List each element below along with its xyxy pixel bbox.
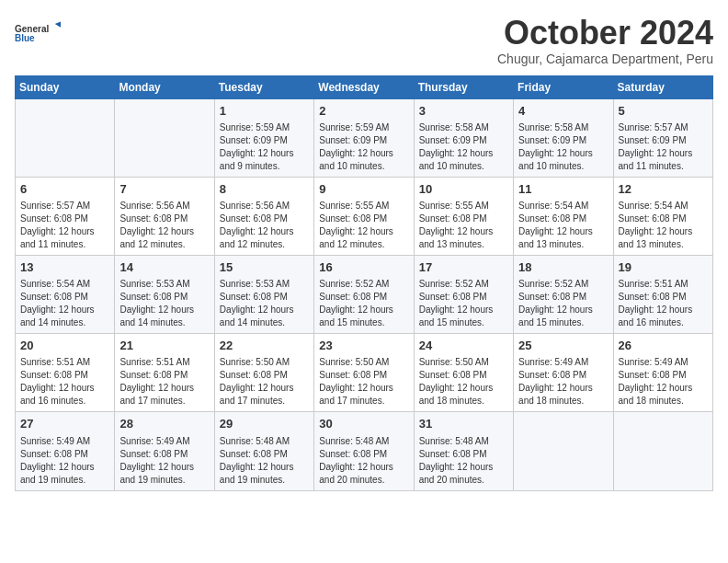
- calendar-cell: 10Sunrise: 5:55 AM Sunset: 6:08 PM Dayli…: [414, 177, 513, 255]
- week-row-5: 27Sunrise: 5:49 AM Sunset: 6:08 PM Dayli…: [16, 412, 713, 490]
- day-info: Sunrise: 5:49 AM Sunset: 6:08 PM Dayligh…: [119, 435, 209, 487]
- svg-text:General: General: [15, 24, 49, 34]
- calendar-cell: 24Sunrise: 5:50 AM Sunset: 6:08 PM Dayli…: [414, 334, 513, 412]
- day-info: Sunrise: 5:49 AM Sunset: 6:08 PM Dayligh…: [20, 435, 109, 487]
- day-number: 1: [220, 103, 309, 120]
- day-info: Sunrise: 5:59 AM Sunset: 6:09 PM Dayligh…: [220, 121, 309, 173]
- day-info: Sunrise: 5:51 AM Sunset: 6:08 PM Dayligh…: [20, 356, 109, 408]
- svg-text:Blue: Blue: [15, 33, 35, 43]
- calendar-cell: 21Sunrise: 5:51 AM Sunset: 6:08 PM Dayli…: [115, 334, 214, 412]
- day-number: 2: [319, 103, 408, 120]
- location: Chugur, Cajamarca Department, Peru: [497, 52, 713, 66]
- calendar-cell: 17Sunrise: 5:52 AM Sunset: 6:08 PM Dayli…: [414, 255, 513, 333]
- day-info: Sunrise: 5:57 AM Sunset: 6:09 PM Dayligh…: [619, 121, 708, 173]
- day-number: 27: [20, 416, 109, 432]
- day-info: Sunrise: 5:51 AM Sunset: 6:08 PM Dayligh…: [619, 278, 708, 329]
- day-info: Sunrise: 5:52 AM Sunset: 6:08 PM Dayligh…: [419, 278, 508, 329]
- day-info: Sunrise: 5:56 AM Sunset: 6:08 PM Dayligh…: [220, 200, 309, 251]
- day-number: 4: [518, 103, 608, 120]
- calendar-cell: 19Sunrise: 5:51 AM Sunset: 6:08 PM Dayli…: [613, 255, 712, 333]
- day-info: Sunrise: 5:49 AM Sunset: 6:08 PM Dayligh…: [518, 356, 608, 408]
- calendar-cell: 30Sunrise: 5:48 AM Sunset: 6:08 PM Dayli…: [314, 412, 414, 490]
- calendar-cell: 9Sunrise: 5:55 AM Sunset: 6:08 PM Daylig…: [314, 177, 414, 255]
- calendar-cell: 20Sunrise: 5:51 AM Sunset: 6:08 PM Dayli…: [16, 334, 115, 412]
- day-number: 7: [119, 181, 209, 198]
- day-number: 20: [20, 338, 109, 354]
- header-wednesday: Wednesday: [314, 75, 414, 98]
- calendar-cell: 27Sunrise: 5:49 AM Sunset: 6:08 PM Dayli…: [16, 412, 115, 490]
- day-info: Sunrise: 5:50 AM Sunset: 6:08 PM Dayligh…: [220, 356, 309, 408]
- calendar-cell: 15Sunrise: 5:53 AM Sunset: 6:08 PM Dayli…: [214, 255, 313, 333]
- day-info: Sunrise: 5:51 AM Sunset: 6:08 PM Dayligh…: [119, 356, 209, 408]
- day-number: 28: [119, 416, 209, 432]
- logo: General Blue: [15, 15, 61, 52]
- title-block: October 2024 Chugur, Cajamarca Departmen…: [497, 15, 713, 66]
- day-number: 6: [20, 181, 109, 198]
- calendar-table: SundayMondayTuesdayWednesdayThursdayFrid…: [15, 75, 713, 491]
- day-info: Sunrise: 5:50 AM Sunset: 6:08 PM Dayligh…: [419, 356, 508, 408]
- calendar-cell: 26Sunrise: 5:49 AM Sunset: 6:08 PM Dayli…: [613, 334, 712, 412]
- day-info: Sunrise: 5:49 AM Sunset: 6:08 PM Dayligh…: [619, 356, 708, 408]
- day-number: 30: [319, 416, 408, 432]
- calendar-cell: 4Sunrise: 5:58 AM Sunset: 6:09 PM Daylig…: [514, 98, 613, 177]
- day-info: Sunrise: 5:55 AM Sunset: 6:08 PM Dayligh…: [419, 200, 508, 251]
- calendar-cell: 5Sunrise: 5:57 AM Sunset: 6:09 PM Daylig…: [613, 98, 712, 177]
- header-sunday: Sunday: [16, 75, 115, 98]
- day-number: 13: [20, 259, 109, 276]
- calendar-cell: [115, 98, 214, 177]
- day-number: 8: [220, 181, 309, 198]
- day-info: Sunrise: 5:52 AM Sunset: 6:08 PM Dayligh…: [518, 278, 608, 329]
- day-number: 26: [619, 338, 708, 354]
- day-info: Sunrise: 5:53 AM Sunset: 6:08 PM Dayligh…: [220, 278, 309, 329]
- day-number: 14: [119, 259, 209, 276]
- header-thursday: Thursday: [414, 75, 513, 98]
- day-info: Sunrise: 5:57 AM Sunset: 6:08 PM Dayligh…: [20, 200, 109, 251]
- calendar-cell: 16Sunrise: 5:52 AM Sunset: 6:08 PM Dayli…: [314, 255, 414, 333]
- day-number: 3: [419, 103, 508, 120]
- day-number: 15: [220, 259, 309, 276]
- calendar-cell: [16, 98, 115, 177]
- day-number: 31: [419, 416, 508, 432]
- calendar-cell: [514, 412, 613, 490]
- day-number: 29: [220, 416, 309, 432]
- day-number: 19: [619, 259, 708, 276]
- calendar-cell: [613, 412, 712, 490]
- calendar-cell: 13Sunrise: 5:54 AM Sunset: 6:08 PM Dayli…: [16, 255, 115, 333]
- calendar-cell: 28Sunrise: 5:49 AM Sunset: 6:08 PM Dayli…: [115, 412, 214, 490]
- calendar-cell: 11Sunrise: 5:54 AM Sunset: 6:08 PM Dayli…: [514, 177, 613, 255]
- calendar-cell: 3Sunrise: 5:58 AM Sunset: 6:09 PM Daylig…: [414, 98, 513, 177]
- day-info: Sunrise: 5:58 AM Sunset: 6:09 PM Dayligh…: [419, 121, 508, 173]
- day-info: Sunrise: 5:56 AM Sunset: 6:08 PM Dayligh…: [119, 200, 209, 251]
- day-info: Sunrise: 5:55 AM Sunset: 6:08 PM Dayligh…: [319, 200, 408, 251]
- day-info: Sunrise: 5:48 AM Sunset: 6:08 PM Dayligh…: [319, 435, 408, 487]
- calendar-cell: 1Sunrise: 5:59 AM Sunset: 6:09 PM Daylig…: [214, 98, 313, 177]
- day-info: Sunrise: 5:54 AM Sunset: 6:08 PM Dayligh…: [20, 278, 109, 329]
- logo-svg: General Blue: [15, 15, 61, 52]
- header-friday: Friday: [514, 75, 613, 98]
- day-info: Sunrise: 5:58 AM Sunset: 6:09 PM Dayligh…: [518, 121, 608, 173]
- week-row-2: 6Sunrise: 5:57 AM Sunset: 6:08 PM Daylig…: [16, 177, 713, 255]
- svg-marker-2: [55, 22, 61, 28]
- calendar-cell: 7Sunrise: 5:56 AM Sunset: 6:08 PM Daylig…: [115, 177, 214, 255]
- calendar-cell: 8Sunrise: 5:56 AM Sunset: 6:08 PM Daylig…: [214, 177, 313, 255]
- day-number: 23: [319, 338, 408, 354]
- day-info: Sunrise: 5:54 AM Sunset: 6:08 PM Dayligh…: [518, 200, 608, 251]
- day-number: 21: [119, 338, 209, 354]
- day-number: 16: [319, 259, 408, 276]
- day-number: 25: [518, 338, 608, 354]
- day-number: 17: [419, 259, 508, 276]
- day-number: 18: [518, 259, 608, 276]
- header-monday: Monday: [115, 75, 214, 98]
- day-info: Sunrise: 5:50 AM Sunset: 6:08 PM Dayligh…: [319, 356, 408, 408]
- day-info: Sunrise: 5:59 AM Sunset: 6:09 PM Dayligh…: [319, 121, 408, 173]
- day-info: Sunrise: 5:53 AM Sunset: 6:08 PM Dayligh…: [119, 278, 209, 329]
- day-number: 22: [220, 338, 309, 354]
- page-header: General Blue October 2024 Chugur, Cajama…: [15, 15, 713, 66]
- weekday-header-row: SundayMondayTuesdayWednesdayThursdayFrid…: [16, 75, 713, 98]
- day-number: 12: [619, 181, 708, 198]
- day-info: Sunrise: 5:52 AM Sunset: 6:08 PM Dayligh…: [319, 278, 408, 329]
- calendar-cell: 22Sunrise: 5:50 AM Sunset: 6:08 PM Dayli…: [214, 334, 313, 412]
- calendar-cell: 12Sunrise: 5:54 AM Sunset: 6:08 PM Dayli…: [613, 177, 712, 255]
- calendar-cell: 18Sunrise: 5:52 AM Sunset: 6:08 PM Dayli…: [514, 255, 613, 333]
- day-number: 10: [419, 181, 508, 198]
